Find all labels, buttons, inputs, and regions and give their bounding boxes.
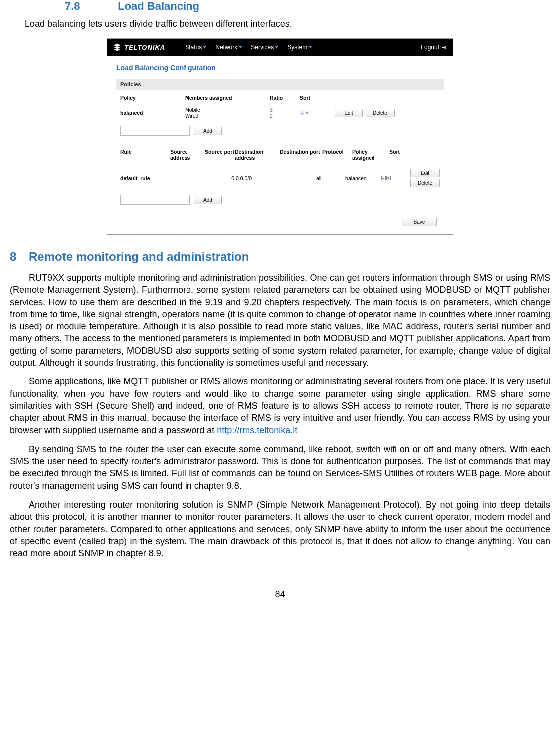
paragraph-3: By sending SMS to the router the user ca… <box>10 443 550 492</box>
add-button[interactable]: Add <box>194 127 222 135</box>
brand-logo: TELTONIKA <box>113 43 165 51</box>
policy-sort: ▴▾ <box>300 111 335 115</box>
paragraph-2: Some applications, like MQTT publisher o… <box>10 376 550 436</box>
col-rule: Rule <box>120 149 170 161</box>
new-rule-input[interactable] <box>120 195 190 205</box>
topbar: TELTONIKA Status Network Services System… <box>107 39 453 56</box>
rule-name: default_rule <box>120 175 169 181</box>
intro-text: Load balancing lets users divide traffic… <box>25 19 550 29</box>
policy-columns-header: Policy Members assigned Ratio Sort <box>116 90 444 105</box>
rule-source-address: — <box>169 175 202 181</box>
chevron-down-icon <box>203 46 206 48</box>
chevron-down-icon <box>309 46 312 48</box>
sort-down-icon[interactable]: ▾ <box>305 111 309 115</box>
page-number: 84 <box>10 589 550 600</box>
edit-button[interactable]: Edit <box>335 109 363 117</box>
policy-ratios: 3 2 <box>270 107 300 119</box>
brand-text: TELTONIKA <box>124 44 165 51</box>
policy-members: Mobile Wired <box>185 107 270 119</box>
chevron-down-icon <box>275 46 278 48</box>
sort-down-icon[interactable]: ▾ <box>386 176 391 180</box>
member-1: Mobile <box>185 107 270 113</box>
policy-add-row: Add <box>116 121 444 144</box>
menu-services[interactable]: Services <box>251 44 278 51</box>
paragraph-4: Another interesting router monitoring so… <box>10 499 550 559</box>
heading-8: 8 Remote monitoring and administration <box>10 250 550 264</box>
policies-section-header: Policies <box>116 79 444 90</box>
rule-row: default_rule — — 0.0.0.0/0 — all balance… <box>116 166 444 190</box>
ui-body: Load Balancing Configuration Policies Po… <box>107 56 453 234</box>
heading-7-8: 7.8 Load Balancing <box>10 0 550 13</box>
logout-label: Logout <box>421 44 439 51</box>
col-rule-sort: Sort <box>389 149 419 161</box>
rule-policy: balanced <box>345 175 381 181</box>
save-row: Save <box>116 213 444 226</box>
menu-network-label: Network <box>215 44 237 51</box>
edit-button[interactable]: Edit <box>410 169 440 177</box>
menu-system[interactable]: System <box>287 44 312 51</box>
logout-icon <box>441 45 447 50</box>
save-button[interactable]: Save <box>402 218 437 226</box>
rule-destination-port: — <box>275 175 316 181</box>
col-policy: Policy <box>120 95 185 101</box>
rule-destination-address: 0.0.0.0/0 <box>231 175 275 181</box>
menu-status-label: Status <box>185 44 202 51</box>
heading-7-8-title: Load Balancing <box>118 0 199 12</box>
heading-8-number: 8 <box>10 250 16 263</box>
ratio-2: 2 <box>270 113 300 119</box>
delete-button[interactable]: Delete <box>366 109 395 117</box>
col-policy-assigned: Policy assigned <box>352 149 389 161</box>
new-policy-input[interactable] <box>120 126 190 136</box>
chevron-down-icon <box>239 46 242 48</box>
menu-system-label: System <box>287 44 307 51</box>
col-protocol: Protocol <box>322 149 352 161</box>
sort-up-icon[interactable]: ▴ <box>300 111 304 115</box>
router-ui: TELTONIKA Status Network Services System… <box>107 38 453 235</box>
rule-actions: Edit Delete <box>410 169 440 187</box>
policy-name: balanced <box>120 110 185 116</box>
rule-protocol: all <box>316 175 345 181</box>
sort-up-icon[interactable]: ▴ <box>381 176 386 180</box>
rules-columns-header: Rule Source address Source port Destinat… <box>116 144 444 166</box>
rule-source-port: — <box>202 175 231 181</box>
paragraph-1: RUT9XX supports multiple monitoring and … <box>10 272 550 369</box>
main-menu: Status Network Services System <box>185 44 312 51</box>
add-button[interactable]: Add <box>194 196 222 204</box>
col-source-address: Source address <box>170 149 205 161</box>
col-members: Members assigned <box>185 95 270 101</box>
menu-services-label: Services <box>251 44 274 51</box>
member-2: Wired <box>185 113 270 119</box>
col-source-port: Source port <box>205 149 235 161</box>
logout-link[interactable]: Logout <box>421 44 447 51</box>
col-destination-port: Destination port <box>280 149 322 161</box>
policy-row: balanced Mobile Wired 3 2 ▴▾ Edit Delete <box>116 105 444 121</box>
heading-8-title: Remote monitoring and administration <box>29 250 249 263</box>
col-sort: Sort <box>300 95 335 101</box>
col-destination-address: Destination address <box>235 149 280 161</box>
page-title: Load Balancing Configuration <box>116 64 444 72</box>
rule-sort: ▴▾ <box>381 176 410 180</box>
policy-actions: Edit Delete <box>335 109 440 117</box>
ratio-1: 3 <box>270 107 300 113</box>
brand-icon <box>113 43 121 51</box>
menu-network[interactable]: Network <box>215 44 242 51</box>
rule-add-row: Add <box>116 190 444 213</box>
heading-7-8-number: 7.8 <box>65 0 115 13</box>
col-ratio: Ratio <box>270 95 300 101</box>
screenshot-container: TELTONIKA Status Network Services System… <box>10 38 550 235</box>
menu-status[interactable]: Status <box>185 44 206 51</box>
delete-button[interactable]: Delete <box>410 179 440 187</box>
rms-link[interactable]: http://rms.teltonika.lt <box>217 425 297 435</box>
